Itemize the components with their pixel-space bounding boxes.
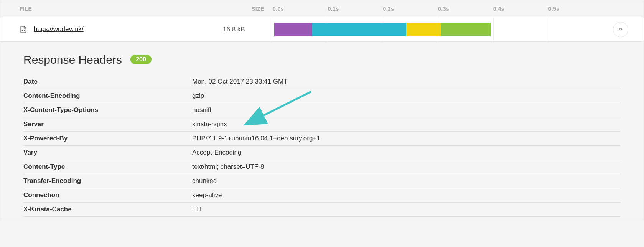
header-key: Content-Encoding [23,92,192,100]
header-value: PHP/7.1.9-1+ubuntu16.04.1+deb.sury.org+1 [192,135,621,142]
header-value: gzip [192,92,621,100]
waterfall-segment-wait [441,23,491,36]
waterfall-bar [273,23,613,36]
header-value: nosniff [192,106,621,114]
header-value: keep-alive [192,191,621,199]
header-value: Accept-Encoding [192,149,621,156]
header-key: Date [23,78,192,86]
toggle-cell [613,22,636,37]
timeline-tick: 0.2s [383,0,394,17]
waterfall-segment-connect [312,23,406,36]
timeline-tick: 0.0s [273,0,284,17]
header-key: Server [23,120,192,128]
timeline-tick: 0.4s [493,0,504,17]
column-header-row: FILE SIZE 0.0s0.1s0.2s0.3s0.4s0.5s [0,0,644,17]
column-header-file: FILE [8,6,223,12]
column-header-size: SIZE [223,6,273,12]
header-value: kinsta-nginx [192,120,621,128]
waterfall-segment-send [406,23,441,36]
timeline-tick: 0.1s [328,0,339,17]
header-row: VaryAccept-Encoding [23,146,621,160]
header-row: Content-Encodinggzip [23,89,621,103]
header-value: chunked [192,177,621,185]
request-file-cell: https://wpdev.ink/ [8,25,223,34]
header-row: DateMon, 02 Oct 2017 23:33:41 GMT [23,75,621,89]
file-code-icon [20,25,27,34]
header-row: Connectionkeep-alive [23,188,621,203]
header-row: X-Content-Type-Optionsnosniff [23,103,621,117]
header-key: Connection [23,191,192,199]
chevron-up-icon [618,26,624,33]
request-size: 16.8 kB [223,26,273,33]
timeline-tick: 0.5s [548,0,559,17]
header-row: X-Kinsta-CacheHIT [23,203,621,217]
header-key: Vary [23,149,192,156]
response-headers-table: DateMon, 02 Oct 2017 23:33:41 GMTContent… [23,75,621,217]
header-key: X-Kinsta-Cache [23,206,192,213]
header-key: Transfer-Encoding [23,177,192,185]
header-row: Serverkinsta-nginx [23,117,621,132]
timeline-tick: 0.3s [438,0,449,17]
collapse-button[interactable] [613,22,628,37]
timeline-gridline [548,17,548,42]
request-row[interactable]: https://wpdev.ink/ 16.8 kB [0,17,644,42]
header-row: Content-Typetext/html; charset=UTF-8 [23,160,621,174]
timeline-gridline [273,17,273,42]
header-key: X-Content-Type-Options [23,106,192,114]
response-headers-title: Response Headers [23,53,122,66]
header-value: Mon, 02 Oct 2017 23:33:41 GMT [192,78,621,86]
waterfall-panel: FILE SIZE 0.0s0.1s0.2s0.3s0.4s0.5s https… [0,0,644,221]
header-row: Transfer-Encodingchunked [23,174,621,188]
header-value: text/html; charset=UTF-8 [192,163,621,171]
response-details: Response Headers 200 DateMon, 02 Oct 201… [0,42,644,221]
waterfall-segment-blocked [274,23,312,36]
status-badge: 200 [130,55,152,64]
timeline-gridline [493,17,494,42]
header-value: HIT [192,206,621,213]
header-key: X-Powered-By [23,135,192,142]
header-row: X-Powered-ByPHP/7.1.9-1+ubuntu16.04.1+de… [23,132,621,146]
timeline-scale: 0.0s0.1s0.2s0.3s0.4s0.5s [273,0,613,17]
header-key: Content-Type [23,163,192,171]
request-url-link[interactable]: https://wpdev.ink/ [34,25,84,33]
